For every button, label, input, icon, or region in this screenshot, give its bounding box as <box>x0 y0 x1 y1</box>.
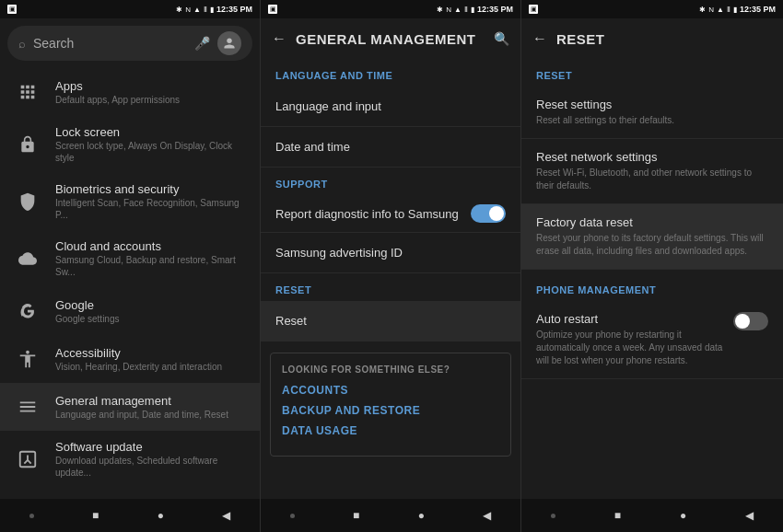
bottom-nav-right: ■ ● ◀ <box>521 499 783 532</box>
nav-dot-right <box>551 514 555 518</box>
status-right-mid: ✱ N ▲ Ⅱ ▮ 12:35 PM <box>437 5 513 14</box>
reset-content: RESET Reset settings Reset all settings … <box>521 59 783 499</box>
nav-square-right[interactable]: ■ <box>614 509 621 522</box>
bt-icon-mid: ✱ <box>437 6 443 14</box>
looking-accounts[interactable]: ACCOUNTS <box>282 384 499 397</box>
nav-circle-mid[interactable]: ● <box>418 509 425 522</box>
looking-backup[interactable]: BACKUP AND RESTORE <box>282 404 499 417</box>
factory-reset-desc: Reset your phone to its factory default … <box>536 232 768 258</box>
reset-network-desc: Reset Wi-Fi, Bluetooth, and other networ… <box>536 167 768 192</box>
apps-icon <box>13 77 42 107</box>
search-bar[interactable]: ⌕ Search 🎤 <box>7 26 252 61</box>
reset-settings-item[interactable]: Reset settings Reset all settings to the… <box>521 87 783 139</box>
software-text: Software update Download updates, Schedu… <box>55 440 247 479</box>
shield-icon <box>13 187 42 216</box>
biometrics-text: Biometrics and security Intelligent Scan… <box>55 182 247 221</box>
settings-item-apps[interactable]: Apps Default apps, App permissions <box>0 68 260 116</box>
settings-item-general[interactable]: General management Language and input, D… <box>0 383 260 431</box>
status-bar-left: ▣ ✱ N ▲ Ⅱ ▮ 12:35 PM <box>0 0 260 18</box>
settings-item-help[interactable]: Help User manual <box>0 488 260 499</box>
back-arrow-mid[interactable]: ← <box>272 30 286 47</box>
battery-icon: ▮ <box>210 6 214 14</box>
nav-circle-left[interactable]: ● <box>158 509 164 522</box>
bt-icon-right: ✱ <box>699 6 706 14</box>
menu-advertising[interactable]: Samsung advertising ID <box>261 233 520 273</box>
nfc-icon-mid: N <box>446 6 451 14</box>
reset-section-label: RESET <box>521 59 783 87</box>
status-time-left: 12:35 PM <box>216 5 252 14</box>
looking-data-usage[interactable]: DATA USAGE <box>282 424 499 437</box>
auto-restart-text: Auto restart Optimize your phone by rest… <box>536 312 724 367</box>
nav-back-mid[interactable]: ◀ <box>483 509 491 522</box>
menu-language[interactable]: Language and input <box>261 87 520 127</box>
wifi-icon-mid: ▲ <box>454 6 462 14</box>
reset-network-item[interactable]: Reset network settings Reset Wi-Fi, Blue… <box>521 139 783 204</box>
battery-icon-mid: ▮ <box>471 6 474 14</box>
app-icon-left: ▣ <box>7 5 17 14</box>
app-icon-right: ▣ <box>529 5 538 14</box>
settings-item-google[interactable]: Google Google settings <box>0 287 260 335</box>
settings-item-biometrics[interactable]: Biometrics and security Intelligent Scan… <box>0 173 260 230</box>
accessibility-text: Accessibility Vision, Hearing, Dexterity… <box>55 346 247 373</box>
cloud-icon <box>13 244 42 273</box>
lock-title: Lock screen <box>55 125 247 139</box>
settings-item-lock-screen[interactable]: Lock screen Screen lock type, Always On … <box>0 116 260 173</box>
wifi-icon: ▲ <box>193 6 201 14</box>
battery-icon-right: ▮ <box>733 6 737 14</box>
nav-back-left[interactable]: ◀ <box>222 509 230 522</box>
general-management-content: LANGUAGE AND TIME Language and input Dat… <box>261 59 520 499</box>
apps-title: Apps <box>55 79 247 93</box>
nav-square-mid[interactable]: ■ <box>353 509 359 522</box>
status-bar-mid: ▣ ✱ N ▲ Ⅱ ▮ 12:35 PM <box>261 0 520 18</box>
auto-restart-item[interactable]: Auto restart Optimize your phone by rest… <box>521 301 783 379</box>
signal-icon-right: Ⅱ <box>727 6 730 14</box>
bottom-nav-mid: ■ ● ◀ <box>261 499 520 532</box>
lock-icon <box>13 130 42 159</box>
lock-text: Lock screen Screen lock type, Always On … <box>55 125 247 164</box>
google-title: Google <box>55 298 247 312</box>
settings-item-software[interactable]: Software update Download updates, Schedu… <box>0 431 260 488</box>
signal-icon-mid: Ⅱ <box>464 6 468 14</box>
auto-restart-toggle[interactable] <box>733 312 768 330</box>
menu-diagnostic-row[interactable]: Report diagnostic info to Samsung <box>261 195 520 233</box>
cloud-text: Cloud and accounts Samsung Cloud, Backup… <box>55 239 247 278</box>
diagnostic-toggle[interactable] <box>471 204 506 223</box>
google-subtitle: Google settings <box>55 313 247 325</box>
back-arrow-right[interactable]: ← <box>532 30 547 47</box>
nav-dot-left <box>29 514 34 518</box>
general-title: General management <box>55 394 247 408</box>
biometrics-subtitle: Intelligent Scan, Face Recognition, Sams… <box>55 197 247 221</box>
nav-dot-mid <box>290 514 295 518</box>
software-subtitle: Download updates, Scheduled software upd… <box>55 455 247 479</box>
mic-icon[interactable]: 🎤 <box>194 36 210 51</box>
settings-item-cloud[interactable]: Cloud and accounts Samsung Cloud, Backup… <box>0 230 260 287</box>
general-management-title: GENERAL MANAGEMENT <box>296 31 485 47</box>
nav-circle-right[interactable]: ● <box>680 509 686 522</box>
settings-item-accessibility[interactable]: Accessibility Vision, Hearing, Dexterity… <box>0 335 260 383</box>
avatar[interactable] <box>217 31 241 55</box>
general-management-header: ← GENERAL MANAGEMENT 🔍 <box>261 18 520 59</box>
status-right-right: ✱ N ▲ Ⅱ ▮ 12:35 PM <box>699 5 776 14</box>
lock-subtitle: Screen lock type, Always On Display, Clo… <box>55 140 247 164</box>
search-btn-mid[interactable]: 🔍 <box>494 31 509 46</box>
support-header: SUPPORT <box>261 168 520 195</box>
menu-datetime[interactable]: Date and time <box>261 127 520 168</box>
general-subtitle: Language and input, Date and time, Reset <box>55 409 247 421</box>
factory-reset-item[interactable]: Factory data reset Reset your phone to i… <box>521 204 783 270</box>
status-right-left: ✱ N ▲ Ⅱ ▮ 12:35 PM <box>176 5 252 14</box>
settings-list: Apps Default apps, App permissions Lock … <box>0 68 260 499</box>
nav-back-right[interactable]: ◀ <box>745 509 754 522</box>
phone-management-section: PHONE MANAGEMENT Auto restart Optimize y… <box>521 273 783 379</box>
general-text: General management Language and input, D… <box>55 394 247 421</box>
menu-reset[interactable]: Reset <box>261 301 520 341</box>
auto-restart-title: Auto restart <box>536 312 724 326</box>
bluetooth-icon: ✱ <box>176 6 182 14</box>
general-icon <box>13 392 42 422</box>
signal-icon: Ⅱ <box>204 6 207 14</box>
search-icon: ⌕ <box>18 37 26 51</box>
app-icon-mid: ▣ <box>268 5 277 14</box>
google-icon <box>13 296 42 326</box>
google-text: Google Google settings <box>55 298 247 325</box>
accessibility-subtitle: Vision, Hearing, Dexterity and interacti… <box>55 361 247 373</box>
nav-square-left[interactable]: ■ <box>92 509 99 522</box>
